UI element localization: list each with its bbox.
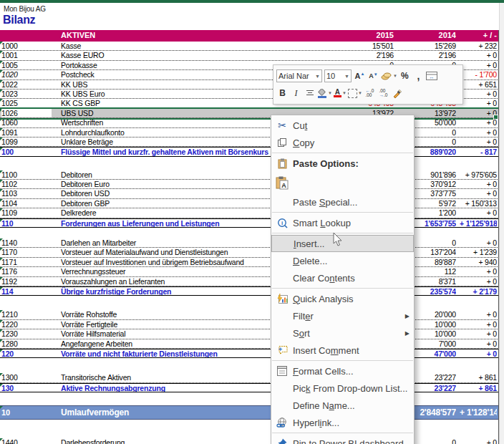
cell-account-no[interactable]: 1176 <box>1 267 52 276</box>
cell-delta[interactable]: + 0 <box>460 90 497 98</box>
menu-item-filter[interactable]: Filter▶ <box>271 307 414 324</box>
cell-account-no[interactable]: 1103 <box>1 189 52 198</box>
table-row-114[interactable]: 114Übrige kurzfristige Forderungen235'57… <box>0 286 499 296</box>
cell-account-no[interactable]: 1023 <box>1 90 52 98</box>
cell-account-no[interactable]: 1099 <box>1 137 52 146</box>
table-row-1440[interactable]: 1440Darlehensforderung0+ 0 <box>0 438 499 444</box>
comma-style-button[interactable]: , <box>412 69 425 83</box>
cell-account-no[interactable]: 1440 <box>1 438 52 444</box>
cell-account-no[interactable]: 1300 <box>1 373 52 382</box>
decrease-decimal-button[interactable]: ←.0.00 <box>364 86 376 100</box>
cell-account-no[interactable]: 1102 <box>1 180 52 188</box>
cell-delta[interactable]: + 1'125'918 <box>460 219 497 227</box>
cell-delta[interactable]: + 0 <box>460 208 497 217</box>
menu-item-paste-keep-formatting[interactable]: A <box>271 172 414 193</box>
scrollbar[interactable] <box>499 3 504 444</box>
cell-delta[interactable]: + 940 <box>460 258 497 266</box>
cell-delta[interactable]: + 150'313 <box>460 199 497 208</box>
table-row-1210[interactable]: 1210Vorräte Rohstoffe20'000+ 0 <box>0 310 499 319</box>
cell-delta[interactable]: + 0 <box>460 310 497 319</box>
table-row-1026[interactable]: 1026UBS USD13'97213'972+ 0 <box>0 109 499 118</box>
cell-delta[interactable]: + 1'239 <box>460 248 497 256</box>
cell-account-no[interactable]: 1020 <box>1 70 52 79</box>
table-row-1099[interactable]: 1099Unklare Beträge0+ 0 <box>0 137 499 147</box>
cell-account-no[interactable]: 1022 <box>1 80 52 89</box>
fill-color-button[interactable]: ▼ <box>317 86 332 100</box>
menu-item-sort[interactable]: Sort▶ <box>271 324 414 342</box>
menu-item-copy[interactable]: Copy <box>271 134 414 151</box>
format-painter-button[interactable] <box>391 86 403 100</box>
menu-item-insert-comment[interactable]: +Insert Comment <box>271 342 414 359</box>
shrink-font-button[interactable]: A▼ <box>367 69 379 83</box>
table-row-1060[interactable]: 1060Wertschriften50'000+ 0 <box>0 118 499 127</box>
cell-account-no[interactable]: 1220 <box>1 320 52 329</box>
menu-item-hyperlink[interactable]: Hyperlink... <box>271 414 414 431</box>
cell-account-no[interactable]: 1025 <box>1 99 52 107</box>
menu-item-clear-contents[interactable]: Clear Contents <box>271 269 414 286</box>
cell-account-no[interactable]: 1210 <box>1 310 52 319</box>
cell-delta[interactable]: + 0 <box>460 180 497 188</box>
cell-2014[interactable]: 2'196 <box>399 51 456 59</box>
cell-label[interactable]: Kasse <box>61 42 311 50</box>
font-name-combo[interactable]: Arial Nar ▼ <box>276 69 322 82</box>
table-row-100[interactable]: 100Flüssige Mittel und kurzfr. gehaltene… <box>0 147 499 156</box>
table-row-130[interactable]: 130Aktive Rechnungsabgrenzung23'227+ 861 <box>0 383 499 392</box>
table-row-1140[interactable]: 1140Darlehen an Mitarbeiter0+ 0 <box>0 238 499 248</box>
menu-item-define-name[interactable]: Define Name... <box>271 397 414 414</box>
cell-account-no[interactable]: 1170 <box>1 248 52 256</box>
cell-account-no[interactable]: 1104 <box>1 199 52 208</box>
table-row-1103[interactable]: 1103Debitoren USD373'775+ 0 <box>0 189 499 198</box>
font-size-combo[interactable]: 10 ▼ <box>324 69 352 82</box>
table-row-1170[interactable]: 1170Vorsteuer auf Materialaufwand und Di… <box>0 248 499 257</box>
borders-button[interactable]: ▼ <box>348 86 362 100</box>
table-header-row[interactable]: AKTIVEN20152014+ / - <box>0 30 499 42</box>
table-row-1091[interactable]: 1091Lohndurchlaufkonto0+ 0 <box>0 128 499 137</box>
cell-delta[interactable]: + 861 <box>460 373 497 382</box>
cell-account-no[interactable]: 120 <box>1 349 52 357</box>
cell-delta[interactable]: + 0 <box>460 438 497 444</box>
cell-delta[interactable]: - 1'700 <box>460 70 497 79</box>
cell-delta[interactable]: + 975'605 <box>460 170 497 179</box>
font-color-button[interactable]: A▼ <box>334 86 346 100</box>
cell-account-no[interactable]: 130 <box>1 384 52 392</box>
cell-delta[interactable]: + 0 <box>460 189 497 198</box>
cell-account-no[interactable]: 1005 <box>1 61 52 69</box>
cell-delta[interactable]: + 1'128'140 <box>460 406 497 419</box>
table-row-1000[interactable]: 1000Kasse15'50115'269+ 232 <box>0 42 499 51</box>
table-row-1176[interactable]: 1176Verrechnungssteuer112+ 0 <box>0 267 499 276</box>
merge-center-button[interactable]: ↔ <box>426 69 438 83</box>
selection-fill-handle[interactable] <box>493 115 498 120</box>
cell-delta[interactable]: + 0 <box>460 238 497 247</box>
menu-item-paste-special[interactable]: Paste Special... <box>271 193 414 211</box>
table-row-1104[interactable]: 1104Debitoren GBP5'972+ 150'313 <box>0 199 499 208</box>
cell-account-no[interactable]: 1280 <box>1 339 52 348</box>
menu-item-smart-lookup[interactable]: iSmart Lookup <box>271 214 414 231</box>
table-row-1300[interactable]: 1300Transitorische Aktiven23'227+ 861 <box>0 373 499 382</box>
accounting-format-button[interactable]: ▼ <box>381 69 397 83</box>
menu-item-pick-from-list[interactable]: Pick From Drop-down List... <box>271 380 414 397</box>
align-center-button[interactable] <box>304 86 316 100</box>
cell-account-no[interactable]: 100 <box>1 148 52 155</box>
grow-font-button[interactable]: A▲ <box>354 69 366 83</box>
cell-delta[interactable]: + 651 <box>460 80 497 89</box>
cell-delta[interactable]: + 0 <box>460 329 497 338</box>
cell-delta[interactable]: + 0 <box>460 118 497 127</box>
cell-delta[interactable]: + 0 <box>460 109 497 117</box>
cell-delta[interactable]: + 0 <box>460 349 497 357</box>
cell-account-no[interactable]: 1100 <box>1 170 52 179</box>
menu-item-paste-options[interactable]: Paste Options: <box>271 155 414 172</box>
cell-delta[interactable]: + 0 <box>460 99 497 107</box>
cell-delta[interactable]: + 2'179 <box>460 287 497 295</box>
cell-delta[interactable]: + 0 <box>460 277 497 286</box>
cell-account-no[interactable]: 10 <box>1 406 52 419</box>
cell-2015[interactable]: 2'196 <box>315 51 394 59</box>
cell-account-no[interactable]: 1171 <box>1 258 52 266</box>
cell-account-no[interactable]: 1140 <box>1 238 52 247</box>
cell-2014[interactable]: 15'269 <box>399 42 456 50</box>
cell-delta[interactable]: + 0 <box>460 128 497 137</box>
menu-item-delete[interactable]: Delete... <box>271 252 414 269</box>
cell-2015[interactable]: 15'501 <box>315 42 394 50</box>
table-row-1280[interactable]: 1280Angefangene Arbeiten7'000+ 0 <box>0 339 499 349</box>
cell-account-no[interactable]: 1192 <box>1 277 52 286</box>
cell-account-no[interactable]: 1060 <box>1 118 52 127</box>
